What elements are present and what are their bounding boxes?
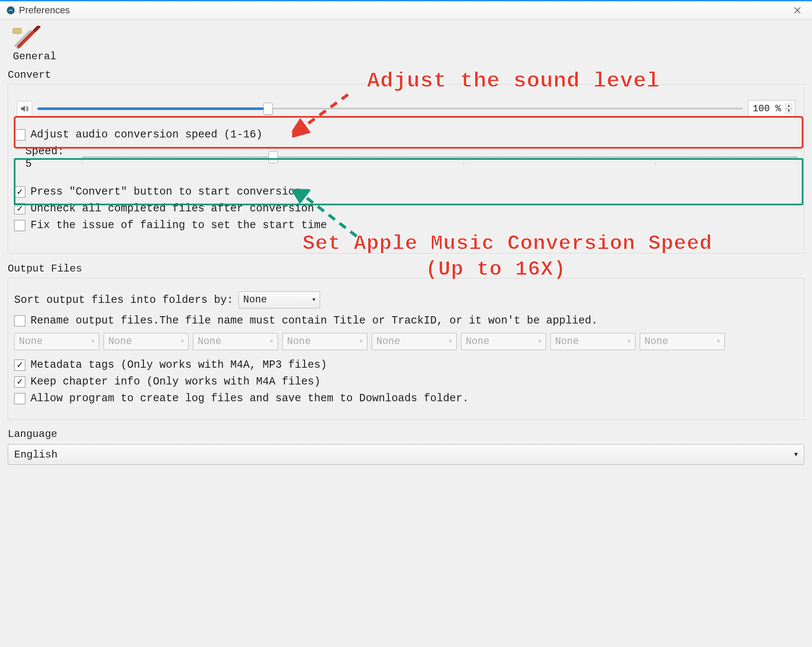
uncheck-completed-row: ✓ Uncheck all completed files after conv… [14, 202, 798, 215]
speed-label: Speed: 5 [25, 145, 77, 170]
volume-percent-value: 100 % [753, 104, 781, 114]
volume-spinner[interactable]: ▲ ▼ [785, 104, 792, 114]
chapter-checkbox[interactable]: ✓ [14, 376, 25, 388]
metadata-checkbox[interactable]: ✓ [14, 360, 25, 371]
rename-label: Rename output files.The file name must c… [31, 314, 598, 327]
rename-slot-2[interactable]: None▼ [104, 333, 189, 350]
speed-slider[interactable] [82, 153, 798, 162]
fix-start-time-row: ✓ Fix the issue of failing to set the st… [14, 219, 798, 232]
volume-percent-input[interactable]: 100 % ▲ ▼ [748, 100, 795, 117]
metadata-row: ✓ Metadata tags (Only works with M4A, MP… [14, 359, 798, 371]
press-convert-checkbox[interactable]: ✓ [14, 186, 25, 198]
rename-slot-6[interactable]: None▼ [461, 333, 546, 350]
chevron-down-icon: ▼ [717, 339, 720, 345]
language-dropdown[interactable]: English ▼ [8, 444, 804, 465]
chapter-row: ✓ Keep chapter info (Only works with M4A… [14, 375, 798, 388]
chevron-down-icon: ▼ [360, 339, 363, 345]
rename-slot-7[interactable]: None▼ [550, 333, 635, 350]
speed-slider-thumb[interactable] [269, 151, 278, 163]
log-checkbox[interactable]: ✓ [14, 393, 25, 404]
chevron-down-icon: ▼ [628, 339, 631, 345]
output-group: Sort output files into folders by: None … [8, 278, 804, 420]
volume-slider[interactable] [37, 105, 743, 113]
adjust-speed-label: Adjust audio conversion speed (1-16) [31, 128, 263, 141]
chevron-down-icon: ▼ [270, 339, 273, 345]
rename-slot-8[interactable]: None▼ [640, 333, 725, 350]
rename-slot-3[interactable]: None▼ [193, 333, 278, 350]
volume-spin-down[interactable]: ▼ [785, 109, 792, 114]
close-button[interactable] [789, 2, 806, 19]
rename-checkbox[interactable]: ✓ [14, 315, 25, 327]
chevron-down-icon: ▼ [92, 339, 95, 345]
language-value: English [14, 449, 58, 461]
volume-row: 100 % ▲ ▼ [14, 97, 798, 121]
rename-slots-row: None▼ None▼ None▼ None▼ None▼ None▼ None… [14, 333, 798, 350]
rename-slot-1[interactable]: None▼ [14, 333, 99, 350]
rename-row: ✓ Rename output files.The file name must… [14, 314, 798, 327]
convert-group: 100 % ▲ ▼ ✓ Adjust audio conversion spee… [8, 84, 804, 253]
uncheck-completed-checkbox[interactable]: ✓ [14, 203, 25, 214]
volume-spin-up[interactable]: ▲ [785, 104, 792, 109]
sort-by-dropdown[interactable]: None ▼ [238, 291, 320, 308]
log-label: Allow program to create log files and sa… [31, 392, 469, 405]
section-convert-title: Convert [8, 69, 804, 81]
rename-slot-5[interactable]: None▼ [372, 333, 457, 350]
section-language-title: Language [8, 428, 804, 440]
rename-slot-4[interactable]: None▼ [282, 333, 367, 350]
sort-by-row: Sort output files into folders by: None … [14, 291, 798, 308]
section-output-title: Output Files [8, 263, 804, 275]
chevron-down-icon: ▼ [794, 451, 798, 458]
svg-rect-3 [13, 28, 21, 34]
chevron-down-icon: ▼ [181, 339, 184, 345]
app-icon [6, 6, 15, 15]
uncheck-completed-label: Uncheck all completed files after conver… [31, 202, 314, 215]
fix-start-time-label: Fix the issue of failing to set the star… [31, 219, 327, 232]
fix-start-time-checkbox[interactable]: ✓ [14, 220, 25, 231]
adjust-speed-row: ✓ Adjust audio conversion speed (1-16) [14, 128, 798, 141]
log-row: ✓ Allow program to create log files and … [14, 392, 798, 405]
tab-general[interactable]: General [8, 26, 58, 62]
preferences-panel: General Convert 100 % ▲ ▼ ✓ [0, 20, 812, 647]
chapter-label: Keep chapter info (Only works with M4A f… [31, 375, 321, 388]
sort-by-label: Sort output files into folders by: [14, 294, 233, 306]
sort-by-value: None [243, 294, 267, 305]
press-convert-row: ✓ Press "Convert" button to start conver… [14, 186, 798, 198]
chevron-down-icon: ▼ [312, 297, 315, 303]
tab-general-label: General [13, 51, 56, 62]
window-title: Preferences [19, 5, 70, 16]
press-convert-label: Press "Convert" button to start conversi… [31, 186, 301, 198]
chevron-down-icon: ▼ [538, 339, 541, 345]
speed-row: Speed: 5 [25, 145, 798, 170]
volume-slider-thumb[interactable] [263, 103, 273, 115]
chevron-down-icon: ▼ [449, 339, 452, 345]
close-icon [794, 6, 801, 14]
adjust-speed-checkbox[interactable]: ✓ [14, 129, 25, 140]
speaker-icon [17, 101, 32, 116]
metadata-label: Metadata tags (Only works with M4A, MP3 … [31, 359, 327, 371]
titlebar: Preferences [0, 0, 812, 20]
tools-icon [10, 26, 41, 50]
